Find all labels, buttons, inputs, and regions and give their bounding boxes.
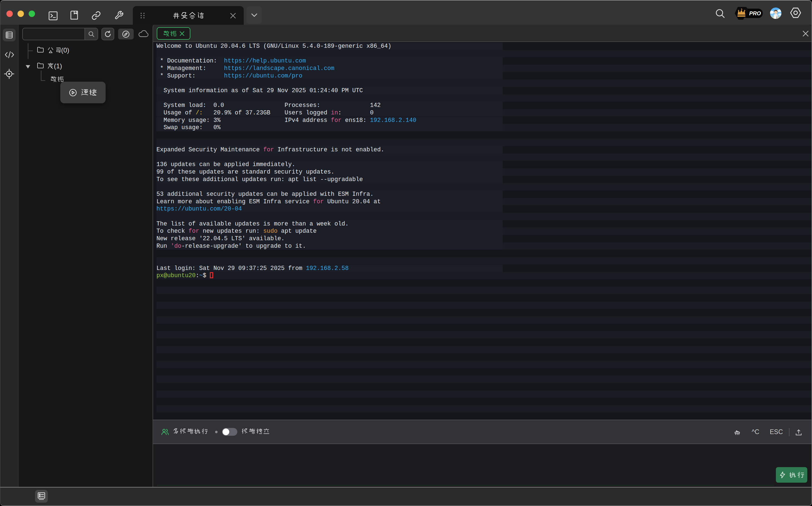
svg-text:PRO: PRO: [749, 10, 761, 16]
